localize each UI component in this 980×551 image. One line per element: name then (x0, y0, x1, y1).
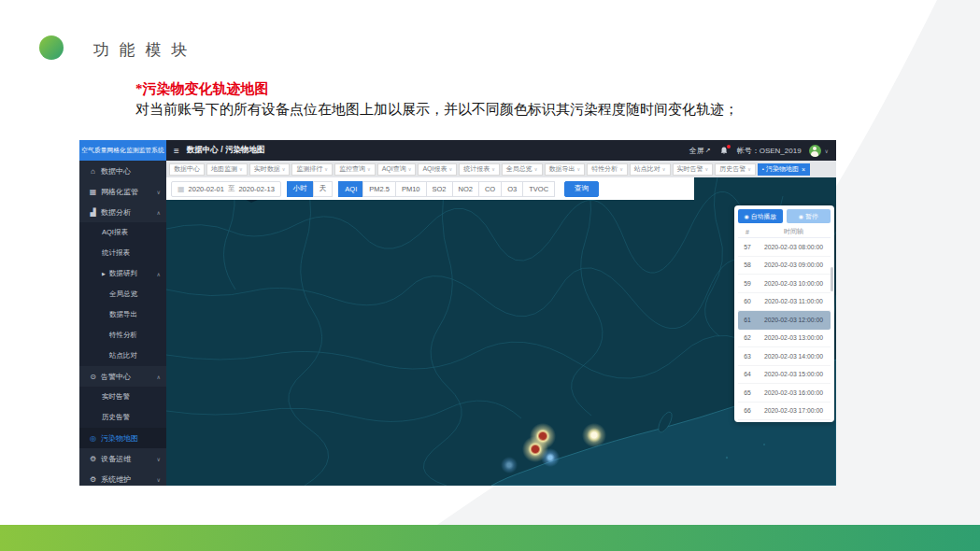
index-column-header: # (738, 229, 757, 235)
app-logo[interactable]: 空气质量网格化监测监管系统 (79, 140, 166, 161)
alert-icon: ⊙ (89, 373, 97, 381)
timeline-row[interactable]: 59 2020-02-03 10:00:00 (738, 275, 831, 293)
pause-button[interactable]: ◉ 暂停 (787, 209, 831, 223)
account-caret-icon[interactable]: ∨ (825, 148, 829, 154)
map-area[interactable]: ▦ 2020-02-01 至 2020-02-13 小时 (166, 177, 836, 486)
pollution-map-dot[interactable] (536, 444, 564, 472)
timeline-row[interactable]: 60 2020-02-03 11:00:00 (738, 293, 831, 312)
caret-icon: ∧ (157, 209, 161, 216)
tab[interactable]: 统计报表 ∨ (459, 163, 500, 176)
tab[interactable]: 数据导出 ∨ (545, 163, 586, 176)
timeline-row[interactable]: 64 2020-02-03 15:00:00 (738, 366, 831, 385)
feature-description: 对当前账号下的所有设备点位在地图上加以展示，并以不同颜色标识其污染程度随时间变化… (135, 101, 738, 119)
sidebar-item[interactable]: ▶ 数据研判 ∧ (79, 263, 166, 284)
date-range-input[interactable]: ▦ 2020-02-01 至 2020-02-13 (171, 181, 281, 197)
sidebar-item[interactable]: ▦ 网格化监管 ∨ (79, 181, 166, 202)
sidebar-item[interactable]: ▟ 数据分析 ∧ (79, 202, 166, 222)
pollutant-button[interactable]: SO2 (426, 181, 453, 197)
tab[interactable]: 实时数据 ∨ (249, 163, 291, 176)
slide: 功 能 模 块 *污染物变化轨迹地图 对当前账号下的所有设备点位在地图上加以展示… (0, 0, 980, 551)
panel-scrollbar[interactable] (831, 267, 833, 291)
sidebar-item[interactable]: 统计报表 (79, 243, 166, 263)
timeline-row[interactable]: 58 2020-02-03 09:00:00 (738, 257, 831, 276)
device-icon: ⚙ (89, 455, 97, 463)
granularity-button[interactable]: 小时 (287, 181, 314, 197)
pollutant-button[interactable]: PM10 (395, 181, 427, 197)
tab-bar: 数据中心 地图监测 ∨ (166, 161, 836, 177)
query-button[interactable]: 查询 (564, 181, 599, 197)
row-index: 62 (738, 334, 757, 341)
tab[interactable]: 特性分析 ∨ (587, 163, 628, 176)
sidebar-item[interactable]: 特性分析 (79, 325, 166, 346)
timeline-row[interactable]: 57 2020-02-03 08:00:00 (738, 238, 831, 257)
fullscreen-button[interactable]: 全屏 ↗ (689, 146, 711, 156)
caret-icon: ∧ (157, 374, 161, 380)
sidebar-item[interactable]: ⌂ 数据中心 (79, 161, 166, 181)
caret-down-icon: ∨ (577, 166, 581, 172)
timeline-row[interactable]: 66 2020-02-03 17:00:00 (738, 403, 831, 421)
menu-toggle-icon[interactable]: ≡ (174, 146, 179, 156)
row-index: 57 (738, 244, 757, 250)
caret-down-icon: ∨ (282, 166, 286, 172)
close-icon[interactable]: × (802, 166, 805, 173)
tab-label: 监控查询 (339, 164, 365, 174)
caret-icon: ∨ (157, 476, 161, 483)
pollutant-button[interactable]: NO2 (452, 181, 479, 197)
tab-label: AQI报表 (422, 164, 447, 174)
pollutant-button[interactable]: O3 (501, 181, 523, 197)
submenu-arrow-icon: ▶ (102, 271, 106, 276)
tab-label: 地图监测 (211, 164, 237, 174)
tab[interactable]: 地图监测 ∨ (206, 163, 248, 176)
caret-icon: ∨ (157, 456, 161, 462)
date-start: 2020-02-01 (189, 185, 224, 193)
timeline-row[interactable]: 61 2020-02-03 12:00:00 (738, 311, 831, 330)
tab-label: 监测排行 (296, 164, 322, 174)
sidebar-item[interactable]: 数据导出 (79, 304, 166, 325)
sidebar-item-label: 特性分析 (109, 331, 137, 340)
tab[interactable]: 数据中心 (169, 163, 205, 176)
pollutant-button[interactable]: TVOC (522, 181, 555, 197)
tab[interactable]: AQI查询 ∨ (377, 163, 417, 176)
granularity-button[interactable]: 天 (313, 181, 334, 197)
row-index: 63 (738, 353, 757, 360)
tab[interactable]: 站点比对 ∨ (630, 163, 671, 176)
sidebar-item[interactable]: ⚙ 系统维护 ∨ (79, 469, 166, 486)
timeline-rows: 57 2020-02-03 08:00:00 58 2020-02-03 09:… (738, 238, 831, 420)
tab[interactable]: AQI报表 ∨ (418, 163, 457, 176)
tab[interactable]: • 污染物地图 × (758, 163, 810, 176)
avatar[interactable] (809, 145, 821, 157)
tab-label: 数据中心 (174, 164, 200, 174)
sidebar-item[interactable]: 全局总览 (79, 284, 166, 304)
tab[interactable]: 监控查询 ∨ (334, 163, 376, 176)
tab[interactable]: 全局总览 ∨ (502, 163, 543, 176)
tab[interactable]: 监测排行 ∨ (291, 163, 333, 176)
sidebar-item[interactable]: ◎ 污染物地图 (79, 428, 166, 448)
sidebar-item[interactable]: AQI报表 (79, 222, 166, 243)
autoplay-button[interactable]: ◉ 自动播放 (738, 209, 783, 223)
pollutant-button[interactable]: AQI (338, 181, 363, 197)
account-label: 帐号：OSEN_2019 (737, 146, 802, 156)
app-body: ⌂ 数据中心 ▦ 网格化监管 ∨ ▟ 数据分析 (79, 161, 836, 486)
timeline-row[interactable]: 65 2020-02-03 16:00:00 (738, 384, 831, 403)
notification-bell-icon[interactable] (720, 147, 728, 155)
tab[interactable]: 实时告警 ∨ (673, 163, 714, 176)
bottom-accent-bar (0, 525, 980, 551)
pollutant-button[interactable]: CO (478, 181, 502, 197)
sidebar-item[interactable]: ⚙ 设备运维 ∨ (79, 448, 166, 469)
pollutant-button[interactable]: PM2.5 (362, 181, 396, 197)
app-topbar: 空气质量网格化监测监管系统 ≡ 数据中心 / 污染物地图 全屏 ↗ 帐号：OSE… (79, 140, 836, 161)
sidebar-item-label: 历史告警 (102, 413, 130, 422)
sidebar-item[interactable]: 历史告警 (79, 407, 166, 428)
timeline-row[interactable]: 62 2020-02-03 13:00:00 (738, 330, 831, 348)
sidebar-item-label: 实时告警 (102, 392, 130, 402)
timeline-row[interactable]: 63 2020-02-03 14:00:00 (738, 347, 831, 366)
pollution-map-dot[interactable] (495, 451, 523, 479)
pollution-map-dot[interactable] (580, 421, 608, 449)
sidebar-item[interactable]: ⊙ 告警中心 ∧ (79, 366, 166, 387)
tab[interactable]: 历史告警 ∨ (715, 163, 756, 176)
sidebar-item[interactable]: 站点比对 (79, 346, 166, 366)
sidebar-item-label: 统计报表 (102, 248, 130, 258)
tab-label: 历史告警 (719, 164, 746, 174)
tab-label: 污染物地图 (766, 164, 799, 174)
sidebar-item[interactable]: 实时告警 (79, 387, 166, 407)
